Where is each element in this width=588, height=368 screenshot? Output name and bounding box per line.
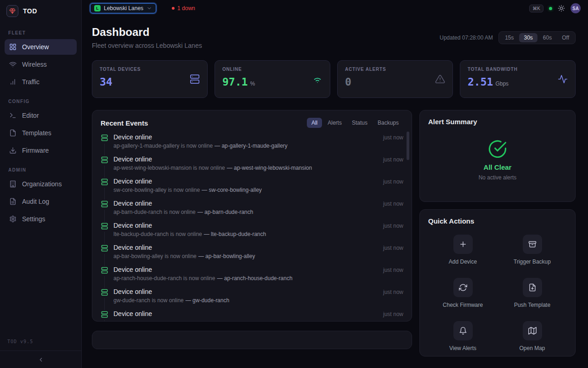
action-label: Check Firmware bbox=[443, 302, 483, 308]
quick-actions-panel: Quick Actions Add Device bbox=[419, 209, 576, 356]
event-row[interactable]: Device onlineap-bar-bowling-alley is now… bbox=[101, 244, 403, 266]
event-title: Device online bbox=[113, 310, 378, 317]
action-add-device[interactable]: Add Device bbox=[428, 235, 498, 265]
event-title: Device online bbox=[113, 178, 378, 185]
action-push-template[interactable]: Push Template bbox=[498, 278, 567, 308]
connection-status-icon bbox=[549, 7, 552, 10]
event-title: Device online bbox=[113, 155, 378, 163]
app-logo-row: TOD bbox=[0, 0, 81, 22]
event-row[interactable]: Device onlinegw-dude-ranch is now online… bbox=[101, 288, 403, 310]
stat-value: 34 bbox=[100, 76, 113, 88]
event-message: lte-backup-dude-ranch is now online bbox=[113, 231, 202, 237]
stat-unit: % bbox=[250, 80, 255, 87]
org-name: Lebowski Lanes bbox=[104, 5, 143, 12]
event-row[interactable]: Device onlinelte-backup-dude-ranch is no… bbox=[101, 222, 403, 244]
event-title: Device online bbox=[113, 222, 378, 229]
event-time: just now bbox=[383, 266, 403, 288]
plus-icon bbox=[453, 235, 473, 254]
stat-label: TOTAL BANDWIDTH bbox=[468, 67, 518, 72]
filter-backups[interactable]: Backups bbox=[373, 118, 403, 128]
file-text-icon bbox=[9, 198, 17, 205]
stat-card-total-bandwidth: TOTAL BANDWIDTH 2.51 Gbps bbox=[460, 60, 576, 98]
event-row[interactable]: Device onlineap-gallery-1-maude-gallery … bbox=[101, 133, 403, 155]
action-open-map[interactable]: Open Map bbox=[498, 321, 567, 351]
stat-label: ONLINE bbox=[222, 67, 255, 72]
sidebar-item-firmware[interactable]: Firmware bbox=[5, 143, 77, 158]
refresh-option-30s[interactable]: 30s bbox=[519, 33, 537, 42]
event-time: just now bbox=[383, 288, 403, 310]
filter-status[interactable]: Status bbox=[347, 118, 372, 128]
user-avatar[interactable]: SA bbox=[571, 3, 581, 13]
event-device: — ap-west-wing-lebowski-mansion bbox=[227, 165, 312, 171]
sidebar-item-wireless[interactable]: Wireless bbox=[5, 57, 77, 72]
server-icon bbox=[101, 178, 108, 185]
event-row[interactable]: Device onlineap-west-wing-lebowski-mansi… bbox=[101, 155, 403, 178]
refresh-option-60s[interactable]: 60s bbox=[538, 33, 556, 42]
sidebar-collapse-button[interactable] bbox=[0, 351, 81, 368]
sidebar-item-templates[interactable]: Templates bbox=[5, 125, 77, 141]
action-view-alerts[interactable]: View Alerts bbox=[428, 321, 498, 351]
page-title: Dashboard bbox=[92, 26, 202, 39]
sidebar-item-label: Templates bbox=[22, 129, 51, 137]
file-icon bbox=[9, 129, 17, 137]
theme-toggle-button[interactable] bbox=[558, 5, 565, 12]
event-filters: All Alerts Status Backups bbox=[307, 118, 403, 128]
stat-value: 97.1 bbox=[222, 76, 248, 88]
refresh-option-15s[interactable]: 15s bbox=[500, 33, 518, 42]
event-message: ap-gallery-1-maude-gallery is now online bbox=[113, 143, 213, 149]
sidebar-item-organizations[interactable]: Organizations bbox=[5, 176, 77, 192]
sidebar-item-editor[interactable]: Editor bbox=[5, 108, 77, 123]
sidebar-item-label: Overview bbox=[22, 43, 49, 51]
sidebar-item-label: Settings bbox=[22, 215, 45, 223]
refresh-option-off[interactable]: Off bbox=[557, 33, 574, 42]
event-title: Device online bbox=[113, 133, 378, 141]
nav-section-fleet: FLEET bbox=[0, 22, 81, 38]
event-message: ap-barn-dude-ranch is now online bbox=[113, 209, 196, 215]
event-title: Device online bbox=[113, 266, 378, 273]
event-device: — gw-dude-ranch bbox=[186, 297, 229, 304]
bar-chart-icon bbox=[9, 78, 17, 86]
event-row[interactable]: Device onlineap-ranch-house-dude-ranch i… bbox=[101, 266, 403, 288]
server-icon bbox=[101, 289, 108, 296]
server-icon bbox=[190, 74, 200, 84]
sidebar-item-audit-log[interactable]: Audit Log bbox=[5, 194, 77, 209]
action-trigger-backup[interactable]: Trigger Backup bbox=[498, 235, 567, 265]
alert-summary-panel: Alert Summary All Clear No active alerts bbox=[419, 110, 576, 202]
refresh-interval-control: 15s 30s 60s Off bbox=[498, 31, 576, 44]
action-check-firmware[interactable]: Check Firmware bbox=[428, 278, 498, 308]
download-icon bbox=[9, 147, 17, 154]
nav-section-admin: ADMIN bbox=[0, 159, 81, 175]
event-list: Device onlineap-gallery-1-maude-gallery … bbox=[101, 133, 403, 322]
sidebar-item-overview[interactable]: Overview bbox=[5, 39, 77, 55]
event-row[interactable]: Device onlinesw-core-bowling-alley is no… bbox=[101, 178, 403, 200]
terminal-icon bbox=[9, 112, 17, 119]
stat-label: TOTAL DEVICES bbox=[100, 67, 141, 72]
event-time: just now bbox=[383, 244, 403, 266]
sidebar-item-settings[interactable]: Settings bbox=[5, 211, 77, 227]
page-subtitle: Fleet overview across Lebowski Lanes bbox=[92, 42, 202, 49]
filter-all[interactable]: All bbox=[307, 118, 322, 128]
event-row[interactable]: Device online just now bbox=[101, 310, 403, 322]
event-message: gw-dude-ranch is now online bbox=[113, 297, 184, 304]
event-row[interactable]: Device onlineap-barn-dude-ranch is now o… bbox=[101, 200, 403, 222]
scrollbar-thumb[interactable] bbox=[407, 132, 409, 160]
event-device: — ap-bar-bowling-alley bbox=[198, 253, 255, 259]
check-circle-icon bbox=[488, 139, 507, 159]
devices-down-badge[interactable]: 1 down bbox=[172, 5, 195, 12]
map-icon bbox=[523, 321, 542, 340]
alert-triangle-icon bbox=[435, 74, 445, 84]
sidebar-item-label: Audit Log bbox=[22, 198, 49, 205]
server-icon bbox=[101, 223, 108, 230]
filter-alerts[interactable]: Alerts bbox=[323, 118, 346, 128]
event-message: ap-bar-bowling-alley is now online bbox=[113, 253, 197, 259]
action-label: Open Map bbox=[519, 345, 545, 351]
event-time: just now bbox=[383, 310, 403, 322]
command-palette-shortcut[interactable]: ⌘K bbox=[529, 5, 543, 12]
org-selector[interactable]: L Lebowski Lanes bbox=[90, 3, 156, 13]
stat-card-total-devices: TOTAL DEVICES 34 bbox=[92, 60, 208, 98]
event-device: — ap-barn-dude-ranch bbox=[198, 209, 253, 215]
event-message: ap-ranch-house-dude-ranch is now online bbox=[113, 275, 215, 282]
sidebar-item-label: Wireless bbox=[22, 61, 47, 68]
sidebar-item-traffic[interactable]: Traffic bbox=[5, 74, 77, 90]
event-device: — ap-gallery-1-maude-gallery bbox=[215, 143, 288, 149]
